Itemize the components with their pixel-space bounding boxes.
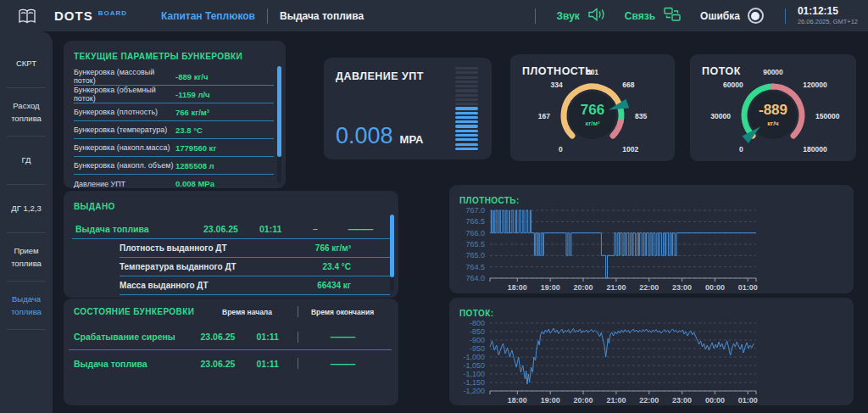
pressure-value: 0.008 (336, 123, 393, 149)
svg-text:20:00: 20:00 (574, 396, 593, 405)
network-icon (663, 6, 682, 26)
svg-text:00:00: 00:00 (705, 396, 725, 405)
clock-date: 26.06.2025, GMT+12 (798, 18, 858, 25)
svg-text:22:00: 22:00 (639, 283, 659, 292)
sidebar-item[interactable]: СКРТ (0, 40, 53, 88)
issued-row: Плотность выданного ДТ 766 кг/м³ (120, 239, 390, 258)
sidebar-item[interactable]: Прием топлива (0, 233, 53, 282)
sidebar: СКРТ Расход топлива ГД ДГ 1,2,3 Прием то… (0, 31, 53, 413)
svg-text:23:00: 23:00 (672, 283, 692, 292)
param-value: 1779560 кг (175, 143, 274, 153)
svg-text:19:00: 19:00 (541, 396, 560, 405)
pressure-segment (455, 103, 478, 105)
param-value: 0.008 MPa (175, 179, 274, 188)
issued-event-dash: – (300, 224, 331, 234)
link-status[interactable]: Связь (625, 6, 682, 26)
topbar-divider (785, 8, 786, 24)
param-value: 1285508 л (175, 161, 274, 170)
param-row: Бункеровка (плотность) 766 кг/м³ (74, 103, 274, 121)
svg-text:0: 0 (739, 145, 743, 153)
speaker-icon (587, 7, 606, 25)
link-label: Связь (625, 10, 655, 22)
param-row: Бункеровка (накопл.масса) 1779560 кг (74, 139, 274, 157)
sidebar-item-label: Расход топлива (3, 100, 49, 125)
status-col-start: Время начала (198, 308, 298, 316)
status-row-date: 23.06.25 (201, 359, 257, 369)
pressure-segment (455, 85, 478, 87)
svg-text:120000: 120000 (803, 81, 827, 89)
param-label: Бункеровка (температура) (74, 126, 175, 134)
pressure-segment (455, 112, 478, 114)
svg-text:22:00: 22:00 (639, 396, 659, 405)
current-params-panel: ТЕКУЩИЕ ПАРАМЕТРЫ БУНКЕРОВКИ Бункеровка … (64, 41, 286, 188)
issued-event-date: 23.06.25 (203, 224, 259, 234)
pressure-segment (455, 134, 478, 137)
sidebar-item[interactable]: ДГ 1,2,3 (0, 185, 53, 233)
svg-text:765.5: 765.5 (465, 240, 485, 248)
svg-text:01:00: 01:00 (738, 396, 758, 405)
flow-gauge-title: ПОТОК (702, 65, 741, 77)
svg-text:-800: -800 (470, 319, 485, 327)
issued-event-time: 01:11 (259, 224, 300, 234)
sound-status[interactable]: Звук (557, 7, 606, 25)
pressure-segment (455, 116, 478, 119)
sidebar-item-label: ГД (3, 154, 49, 166)
error-indicator-icon (748, 8, 764, 24)
svg-text:766.0: 766.0 (465, 229, 485, 237)
pressure-value-group: 0.008 MPA (336, 123, 424, 149)
issued-row-label: Масса выданного ДТ (120, 281, 288, 290)
pressure-title: ДАВЛЕНИЕ УПТ (336, 70, 424, 82)
flow-chart-panel: ПОТОК: -800-850-900-950-1,000-1,050-1,10… (449, 298, 854, 405)
issued-event-end: ——— (331, 224, 390, 234)
pressure-segment (455, 71, 478, 74)
issued-scrollbar-thumb[interactable] (390, 215, 394, 277)
density-chart: 767.0766.5766.0765.5765.0764.5764.018:00… (449, 204, 854, 293)
topbar-divider (535, 8, 536, 24)
pressure-segment (455, 81, 478, 83)
params-scrollbar-track[interactable] (277, 66, 281, 182)
density-chart-panel: ПЛОТНОСТЬ: 767.0766.5766.0765.5765.0764.… (449, 185, 854, 293)
svg-text:18:00: 18:00 (508, 283, 527, 292)
pressure-segment (455, 89, 478, 92)
pressure-panel: ДАВЛЕНИЕ УПТ 0.008 MPA (324, 58, 492, 159)
param-value: 23.8 °C (175, 126, 274, 135)
svg-text:180000: 180000 (803, 145, 827, 153)
status-col-end: Время окончания (298, 308, 387, 316)
issued-scrollbar-track[interactable] (390, 215, 394, 291)
svg-text:765.0: 765.0 (465, 251, 485, 260)
status-row: Срабатывание сирены 23.06.25 01:11 ——— (69, 324, 392, 350)
svg-text:764.0: 764.0 (465, 274, 485, 282)
svg-text:21:00: 21:00 (606, 283, 626, 292)
svg-text:-900: -900 (470, 336, 485, 344)
pressure-segment (455, 94, 478, 97)
sidebar-item[interactable]: ГД (0, 137, 53, 185)
flow-gauge-unit: кг/ч (690, 120, 856, 127)
param-value: 766 кг/м³ (175, 108, 274, 117)
sidebar-item[interactable]: Расход топлива (0, 88, 53, 137)
svg-text:-950: -950 (470, 344, 485, 353)
issued-event-name: Выдача топлива (72, 224, 203, 234)
svg-text:668: 668 (622, 81, 634, 89)
status-row-end: ——— (298, 359, 387, 369)
svg-text:23:00: 23:00 (672, 396, 692, 405)
param-row: Бункеровка (температура) 23.8 °C (74, 121, 274, 139)
flow-gauge-value: -889 (690, 102, 856, 119)
pressure-unit: MPA (400, 133, 424, 146)
params-scrollbar-thumb[interactable] (277, 66, 281, 157)
error-status[interactable]: Ошибка (700, 8, 764, 24)
issued-row-value: 66434 кг (288, 281, 390, 290)
status-header: СОСТОЯНИЕ БУНКЕРОВКИ Время начала Время … (64, 299, 398, 324)
param-value: -889 кг/ч (175, 72, 274, 81)
svg-text:20:00: 20:00 (574, 283, 593, 292)
sidebar-item[interactable]: Выдача топлива (0, 282, 53, 330)
sidebar-item-label: ДГ 1,2,3 (3, 203, 49, 215)
logbook-icon[interactable] (0, 8, 54, 25)
status-row-date: 23.06.25 (201, 332, 257, 342)
pressure-segment (455, 138, 478, 141)
ship-name[interactable]: Капитан Теплюков (161, 10, 255, 22)
param-label: Бункеровка (объемный поток) (74, 86, 175, 103)
flow-gauge-value-group: -889 кг/ч (690, 102, 856, 127)
issued-row-label: Температура выданного ДТ (120, 262, 288, 271)
svg-text:764.5: 764.5 (465, 263, 485, 271)
status-row-name: Срабатывание сирены (74, 332, 201, 342)
